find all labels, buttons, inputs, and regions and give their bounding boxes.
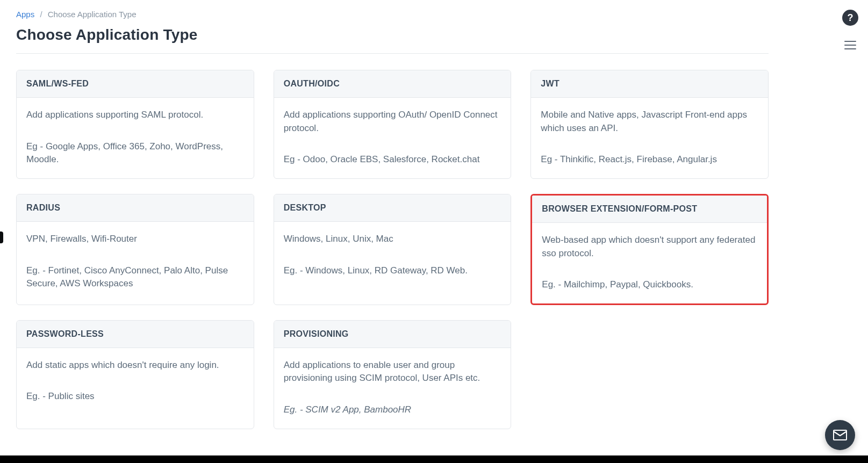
card-body: Windows, Linux, Unix, Mac Eg. - Windows,… (274, 222, 511, 289)
grid-empty-cell (530, 320, 769, 429)
card-oauth-oidc[interactable]: OAUTH/OIDC Add applications supporting O… (274, 70, 512, 179)
card-body: Web-based app which doesn't support any … (532, 223, 767, 303)
right-rail: ? (842, 10, 858, 49)
page-title: Choose Application Type (16, 26, 769, 44)
card-title: SAML/WS-FED (26, 79, 244, 89)
card-description: Mobile and Native apps, Javascript Front… (541, 108, 758, 135)
card-example: Eg. - Windows, Linux, RD Gateway, RD Web… (284, 264, 501, 278)
menu-icon[interactable] (844, 41, 856, 49)
card-description: Add static apps which doesn't require an… (26, 359, 244, 372)
breadcrumb-root-link[interactable]: Apps (16, 10, 34, 19)
card-example: Eg. - Mailchimp, Paypal, Quickbooks. (542, 278, 757, 292)
card-body: VPN, Firewalls, Wifi-Router Eg. - Fortin… (17, 222, 254, 302)
card-header: OAUTH/OIDC (274, 70, 511, 98)
title-divider (16, 53, 769, 54)
card-body: Add applications supporting OAuth/ OpenI… (274, 98, 511, 178)
card-body: Add applications supporting SAML protoco… (17, 98, 254, 178)
chat-button[interactable] (825, 420, 855, 450)
card-password-less[interactable]: PASSWORD-LESS Add static apps which does… (16, 320, 254, 429)
card-header: SAML/WS-FED (17, 70, 254, 98)
card-header: RADIUS (17, 194, 254, 222)
card-title: JWT (541, 79, 758, 89)
breadcrumb-separator: / (40, 10, 42, 19)
card-body: Add static apps which doesn't require an… (17, 348, 254, 415)
card-example: Eg. - Fortinet, Cisco AnyConnect, Palo A… (26, 264, 244, 291)
card-example: Eg - Odoo, Oracle EBS, Salesforce, Rocke… (284, 153, 501, 167)
card-example: Eg - Thinkific, React.js, Firebase, Angu… (541, 153, 758, 167)
card-title: DESKTOP (284, 203, 501, 213)
card-description: Web-based app which doesn't support any … (542, 234, 757, 260)
card-title: BROWSER EXTENSION/FORM-POST (542, 204, 757, 214)
card-description: Windows, Linux, Unix, Mac (284, 233, 501, 246)
card-title: PASSWORD-LESS (26, 329, 244, 339)
card-header: JWT (531, 70, 768, 98)
card-title: RADIUS (26, 203, 244, 213)
card-header: DESKTOP (274, 194, 511, 222)
card-radius[interactable]: RADIUS VPN, Firewalls, Wifi-Router Eg. -… (16, 194, 254, 305)
card-description: Add applications to enable user and grou… (284, 359, 501, 385)
card-body: Add applications to enable user and grou… (274, 348, 511, 429)
card-description: Add applications supporting OAuth/ OpenI… (284, 108, 501, 135)
card-provisioning[interactable]: PROVISIONING Add applications to enable … (274, 320, 512, 429)
left-edge-handle (0, 232, 3, 243)
card-header: PASSWORD-LESS (17, 321, 254, 348)
card-desktop[interactable]: DESKTOP Windows, Linux, Unix, Mac Eg. - … (274, 194, 512, 305)
card-header: BROWSER EXTENSION/FORM-POST (532, 196, 767, 223)
main-content: Apps / Choose Application Type Choose Ap… (0, 0, 785, 445)
card-header: PROVISIONING (274, 321, 511, 348)
card-description: VPN, Firewalls, Wifi-Router (26, 233, 244, 246)
card-browser-extension-form-post[interactable]: BROWSER EXTENSION/FORM-POST Web-based ap… (530, 194, 769, 305)
app-type-grid: SAML/WS-FED Add applications supporting … (16, 70, 769, 429)
card-saml-ws-fed[interactable]: SAML/WS-FED Add applications supporting … (16, 70, 254, 179)
help-icon[interactable]: ? (842, 10, 858, 26)
page-root: Apps / Choose Application Type Choose Ap… (0, 0, 868, 463)
bottom-black-bar (0, 455, 868, 463)
card-example: Eg - Google Apps, Office 365, Zoho, Word… (26, 140, 244, 167)
card-body: Mobile and Native apps, Javascript Front… (531, 98, 768, 178)
card-example: Eg. - Public sites (26, 390, 244, 403)
card-title: PROVISIONING (284, 329, 501, 339)
card-jwt[interactable]: JWT Mobile and Native apps, Javascript F… (530, 70, 769, 179)
breadcrumb-current: Choose Application Type (48, 10, 137, 19)
breadcrumb: Apps / Choose Application Type (16, 10, 769, 19)
card-description: Add applications supporting SAML protoco… (26, 108, 244, 122)
mail-icon (833, 430, 847, 440)
card-example: Eg. - SCIM v2 App, BambooHR (284, 403, 501, 417)
card-title: OAUTH/OIDC (284, 79, 501, 89)
